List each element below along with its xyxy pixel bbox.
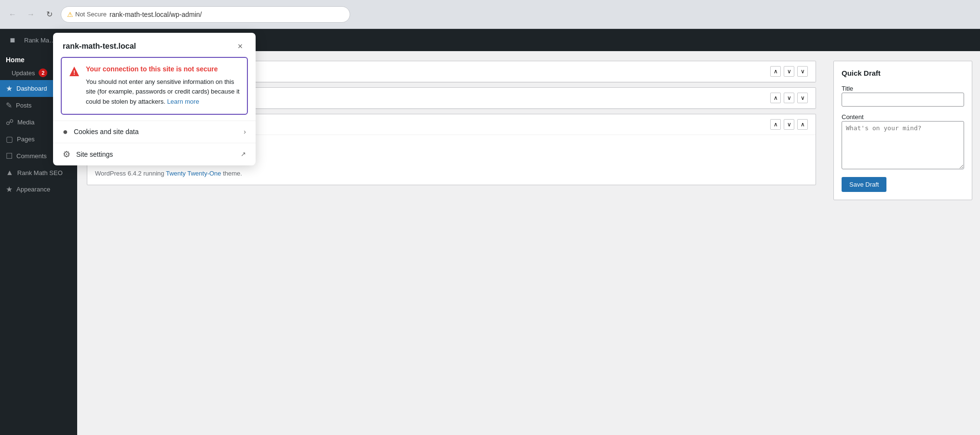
warning-body-text: You should not enter any sensitive infor…	[86, 78, 240, 106]
warning-icon-wrap: !	[68, 66, 80, 107]
warning-icon: ⚠	[67, 11, 73, 18]
not-secure-badge: ⚠ Not Secure	[67, 11, 107, 18]
site-settings-label: Site settings	[76, 150, 113, 158]
site-settings-ext-icon: ↗	[241, 150, 246, 158]
main-layout: ■ Rank Ma… Home Updates 2 ★ Dashboard ✎ …	[0, 29, 980, 435]
cookies-menu-left: ● Cookies and site data	[63, 127, 139, 137]
cookies-label: Cookies and site data	[74, 128, 139, 136]
popup-overlay: rank-math-test.local × ! Your connection…	[0, 29, 980, 435]
security-warning-box: ! Your connection to this site is not se…	[61, 57, 248, 115]
address-bar[interactable]: ⚠ Not Secure rank-math-test.local/wp-adm…	[61, 6, 350, 23]
warning-text-block: Your connection to this site is not secu…	[86, 65, 240, 107]
warning-triangle-icon: !	[68, 66, 80, 77]
popup-close-button[interactable]: ×	[234, 41, 246, 52]
learn-more-link[interactable]: Learn more	[167, 98, 199, 105]
security-popup: rank-math-test.local × ! Your connection…	[53, 33, 256, 165]
cookies-arrow-icon: ›	[244, 128, 246, 136]
not-secure-text: Not Secure	[75, 11, 107, 18]
browser-chrome: ← → ↻ ⚠ Not Secure rank-math-test.local/…	[0, 0, 980, 29]
site-settings-menu-item[interactable]: ⚙ Site settings ↗	[53, 143, 256, 165]
site-settings-icon: ⚙	[63, 149, 70, 160]
url-text: rank-math-test.local/wp-admin/	[109, 11, 202, 18]
cookies-icon: ●	[63, 127, 68, 137]
cookies-menu-item[interactable]: ● Cookies and site data ›	[53, 121, 256, 143]
forward-button[interactable]: →	[24, 8, 38, 21]
warning-body: You should not enter any sensitive infor…	[86, 77, 240, 107]
reload-button[interactable]: ↻	[42, 8, 56, 21]
back-button[interactable]: ←	[6, 8, 19, 21]
warning-heading: Your connection to this site is not secu…	[86, 65, 240, 74]
svg-text:!: !	[73, 69, 75, 76]
popup-domain: rank-math-test.local	[63, 42, 136, 51]
site-settings-menu-left: ⚙ Site settings	[63, 149, 113, 160]
popup-header: rank-math-test.local ×	[53, 33, 256, 57]
